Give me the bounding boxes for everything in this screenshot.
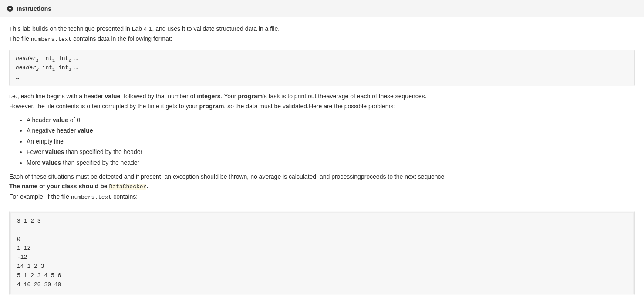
intro-line-2-pre: The file [9,35,31,42]
fmt-ellipsis: … [16,74,19,80]
txt: An empty line [27,138,64,145]
example-code-block: 3 1 2 3 0 1 12 -12 14 1 2 3 5 1 2 3 4 5 … [10,212,634,294]
fmt-sub: 1 [52,58,55,63]
txt: A negative header [27,127,78,134]
example-code-wrap: 3 1 2 3 0 1 12 -12 14 1 2 3 5 1 2 3 4 5 … [9,211,635,295]
txt: contains: [111,193,138,200]
panel-title: Instructions [17,4,51,13]
txt: A header [27,117,53,124]
txt: i.e., each line begins with a header [9,93,105,100]
classname-highlight: DataChecker [109,184,147,190]
intro-line-1: This lab builds on the technique present… [9,25,280,32]
list-item: Fewer values than specified by the heade… [27,147,635,157]
txt: However, the file contents is often corr… [9,103,199,110]
txt: . Your [221,93,238,100]
fmt-int: int [58,55,68,62]
txt-bold: values [42,159,61,166]
txt-bold: program [199,103,224,110]
panel-body: This lab builds on the technique present… [0,17,644,304]
fmt-sub: 2 [68,58,71,63]
txt: than specified by the header [61,159,139,166]
fmt-sub: 1 [36,58,39,63]
txt: More [27,159,42,166]
txt: than specified by the header [64,148,142,155]
chevron-down-icon [7,6,13,12]
txt-bold: name [22,183,38,190]
txt-bold: . [146,183,148,190]
txt: , so the data must be validated.Here are… [224,103,395,110]
list-item: An empty line [27,137,635,146]
fmt-int: int [58,64,68,71]
fmt-sub: 2 [68,67,71,72]
detect-paragraph: Each of these situations must be detecte… [9,172,635,192]
txt: Each of these situations must be detecte… [9,173,446,180]
format-code-block: header1 int1 int2 … header2 int1 int2 … … [9,50,635,87]
list-item: More values than specified by the header [27,158,635,167]
txt: 's task is to print out theaverage of ea… [263,93,426,100]
txt-bold: program [238,93,263,100]
fmt-sub: 2 [36,67,39,72]
intro-line-2-post: contains data in the following format: [71,35,172,42]
txt-bold: value [78,127,93,134]
txt-bold: The [9,183,22,190]
fmt-ellipsis: … [74,64,78,71]
fmt-ellipsis: … [74,55,78,62]
problems-list: A header value of 0 A negative header va… [27,115,635,167]
fmt-sub: 1 [52,67,55,72]
txt-bold: integers [197,93,220,100]
example-intro: For example, if the file numbers.text co… [9,192,635,202]
instructions-content: This lab builds on the technique present… [9,24,635,304]
txt-bold: should be [77,183,109,190]
txt: , followed by that number of [120,93,197,100]
fmt-int: int [42,55,52,62]
intro-paragraph: This lab builds on the technique present… [9,24,635,44]
fmt-header1: header [16,55,36,62]
txt-bold: value [105,93,120,100]
fmt-header2: header [16,64,36,71]
txt: of 0 [68,117,80,124]
txt-bold: value [53,117,68,124]
txt: Fewer [27,148,45,155]
instructions-panel: Instructions This lab builds on the tech… [0,0,644,304]
list-item: A negative header value [27,126,635,135]
txt-bold: of your [37,183,61,190]
list-item: A header value of 0 [27,115,635,125]
fmt-int: int [42,64,52,71]
txt-bold: class [62,183,77,190]
txt-bold: values [45,148,64,155]
panel-header[interactable]: Instructions [0,0,644,17]
filename-inline: numbers.text [71,194,112,200]
txt: For example, if the file [9,193,71,200]
explain-paragraph: i.e., each line begins with a header val… [9,91,635,111]
filename-inline: numbers.text [31,36,72,43]
